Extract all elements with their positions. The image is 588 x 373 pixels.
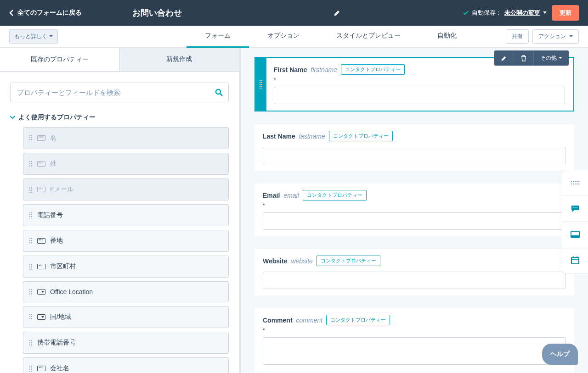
field-tag: コンタクトプロパティー <box>303 190 367 200</box>
drag-handle-icon <box>29 135 33 141</box>
group-header[interactable]: よく使用するプロパティー <box>10 113 229 122</box>
field-edit-button[interactable] <box>494 50 514 66</box>
required-indicator: * <box>274 77 565 83</box>
form-field-lastname[interactable]: Last Name lastname コンタクトプロパティー <box>254 124 574 171</box>
property-tabs: 既存のプロパティー 新規作成 <box>0 48 239 72</box>
prop-label: 会社名 <box>50 364 69 373</box>
rail-textfield-button[interactable] <box>562 170 588 196</box>
prop-label: Eメール <box>50 185 74 194</box>
prop-item-company[interactable]: 会社名 <box>23 357 229 373</box>
field-label: Email <box>263 192 280 199</box>
field-tag: コンタクトプロパティー <box>326 315 390 325</box>
field-delete-button[interactable] <box>514 50 534 66</box>
form-canvas: その他 First Name firstname コンタクトプロパティー * <box>241 48 588 373</box>
drag-handle-icon <box>29 186 33 193</box>
search-box <box>10 83 229 102</box>
field-label: Comment <box>263 317 293 324</box>
drag-handle-icon <box>29 161 33 167</box>
prop-item-address[interactable]: 番地 <box>23 230 229 252</box>
field-more-button[interactable]: その他 <box>534 50 569 66</box>
group-title: よく使用するプロパティー <box>18 113 96 122</box>
rail-date-button[interactable] <box>562 247 588 273</box>
svg-point-0 <box>216 89 220 94</box>
svg-point-10 <box>577 184 577 184</box>
field-label: Last Name <box>263 133 295 140</box>
prop-item-lastname[interactable]: 姓 <box>23 153 229 175</box>
rail-card-button[interactable] <box>562 222 588 247</box>
tab-style[interactable]: スタイルとプレビュー <box>318 25 419 48</box>
update-button[interactable]: 更新 <box>552 5 579 21</box>
check-icon <box>463 10 469 16</box>
form-field-comment[interactable]: Comment comment コンタクトプロパティー * <box>254 308 574 373</box>
field-label-row: Website website コンタクトプロパティー <box>263 256 566 266</box>
svg-point-2 <box>571 181 572 182</box>
left-panel: 既存のプロパティー 新規作成 よく使用するプロパティー 名 姓 Eメール 電話番… <box>0 48 241 373</box>
tab-options[interactable]: オプション <box>249 25 318 48</box>
rail-comment-button[interactable] <box>562 196 588 222</box>
prop-item-city[interactable]: 市区町村 <box>23 256 229 278</box>
field-internal-name: comment <box>296 317 323 324</box>
field-label-row: First Name firstname コンタクトプロパティー <box>274 64 565 75</box>
field-input-website[interactable] <box>263 272 566 289</box>
prop-item-office-location[interactable]: Office Location <box>23 281 229 302</box>
prop-label: Office Location <box>50 288 93 295</box>
actions-label: アクション <box>538 33 566 39</box>
search-icon[interactable] <box>215 89 223 97</box>
nav-tabs: フォーム オプション スタイルとプレビュー 自動化 <box>187 25 475 48</box>
prop-label: 市区町村 <box>50 262 76 271</box>
tab-form[interactable]: フォーム <box>187 25 249 48</box>
field-label-row: Comment comment コンタクトプロパティー <box>263 315 566 325</box>
pencil-icon[interactable] <box>334 9 341 17</box>
page-title: お問い合わせ <box>132 7 182 18</box>
prop-item-country[interactable]: 国/地域 <box>23 306 229 328</box>
field-input-email[interactable] <box>263 212 566 230</box>
form-field-website[interactable]: Website website コンタクトプロパティー <box>254 249 574 295</box>
prop-item-phone[interactable]: 電話番号 <box>23 204 229 226</box>
dropdown-field-icon <box>37 289 45 295</box>
field-label: Website <box>263 257 287 265</box>
comment-icon <box>571 205 580 213</box>
caret-down-icon <box>543 11 547 14</box>
svg-point-14 <box>577 207 577 208</box>
svg-point-7 <box>571 184 572 184</box>
form-field-firstname[interactable]: その他 First Name firstname コンタクトプロパティー * <box>254 57 574 111</box>
field-toolbar: その他 <box>494 50 569 66</box>
tab-automation[interactable]: 自動化 <box>419 25 475 48</box>
prop-label: 携帯電話番号 <box>37 339 76 347</box>
svg-point-8 <box>573 184 574 184</box>
prop-item-mobile[interactable]: 携帯電話番号 <box>23 332 229 354</box>
field-body: Last Name lastname コンタクトプロパティー <box>254 124 574 171</box>
app-header: 全てのフォームに戻る お問い合わせ 自動保存： 未公開の変更 更新 <box>0 0 588 26</box>
autosave-status[interactable]: 自動保存： 未公開の変更 <box>463 9 547 17</box>
field-body: Email email コンタクトプロパティー * <box>254 184 574 236</box>
tab-existing-properties[interactable]: 既存のプロパティー <box>0 48 120 71</box>
drag-handle-icon <box>29 340 33 346</box>
drag-handle[interactable] <box>255 58 266 111</box>
prop-item-firstname[interactable]: 名 <box>23 127 229 149</box>
field-input-comment[interactable] <box>263 337 566 365</box>
field-label: First Name <box>274 66 307 73</box>
drag-handle-icon <box>29 365 33 372</box>
back-link[interactable]: 全てのフォームに戻る <box>9 9 82 17</box>
required-indicator: * <box>263 327 566 334</box>
drag-handle-icon <box>29 289 33 295</box>
actions-button[interactable]: アクション <box>532 29 579 44</box>
field-input-firstname[interactable] <box>274 87 565 104</box>
textfield-icon <box>570 181 580 185</box>
more-details-button[interactable]: もっと詳しく <box>9 29 58 44</box>
text-field-icon <box>37 366 45 371</box>
svg-rect-16 <box>571 235 579 238</box>
svg-point-13 <box>575 207 576 208</box>
text-field-icon <box>37 187 45 192</box>
svg-rect-17 <box>571 257 579 264</box>
right-rail <box>562 170 588 273</box>
form-field-email[interactable]: Email email コンタクトプロパティー * <box>254 184 574 236</box>
required-indicator: * <box>263 202 566 209</box>
prop-item-email[interactable]: Eメール <box>23 178 229 200</box>
search-input[interactable] <box>10 83 229 102</box>
help-button[interactable]: ヘルプ <box>542 344 578 365</box>
share-button[interactable]: 共有 <box>506 29 529 44</box>
field-input-lastname[interactable] <box>263 147 566 164</box>
tab-create-new[interactable]: 新規作成 <box>120 48 239 71</box>
field-tag: コンタクトプロパティー <box>341 64 405 75</box>
